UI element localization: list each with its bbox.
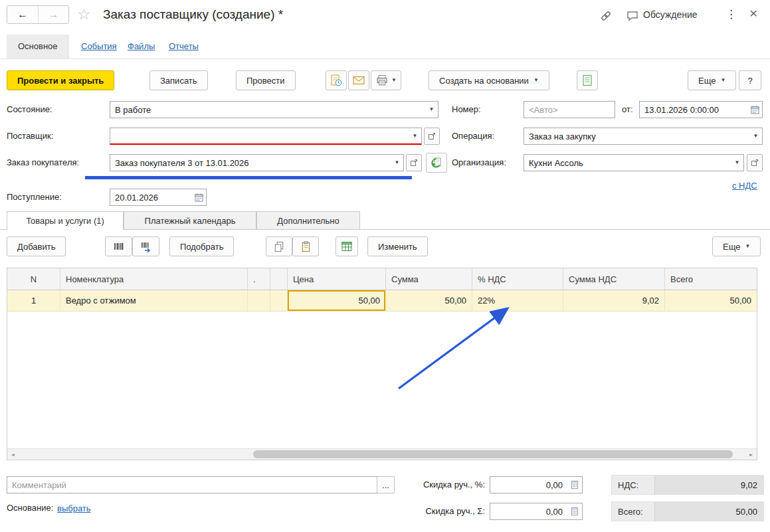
cell-clipped[interactable] [248, 290, 270, 311]
customer-order-open-button[interactable] [406, 154, 422, 171]
chevron-down-icon: ▼ [753, 133, 759, 139]
customer-order-dropdown-button[interactable]: ▼ [391, 155, 403, 171]
column-header-sum[interactable]: Сумма [386, 268, 472, 290]
comment-input[interactable] [7, 476, 377, 493]
operation-label: Операция: [452, 128, 494, 145]
set-post-time-button[interactable] [326, 70, 347, 90]
create-based-on-button[interactable]: Создать на основании ▼ [429, 70, 549, 90]
receipt-date-input[interactable]: 20.01.2026 [110, 189, 207, 206]
horizontal-scrollbar[interactable]: ◄ ► [7, 448, 757, 460]
envelope-icon [352, 74, 365, 87]
print-button[interactable]: ▼ [371, 70, 401, 90]
cell-total[interactable]: 50,00 [665, 290, 757, 311]
spreadsheet-view-button[interactable] [336, 236, 358, 256]
reports-button[interactable] [577, 70, 598, 90]
supplier-combobox[interactable]: ▼ [110, 128, 422, 145]
calendar-button[interactable] [747, 102, 762, 118]
calculator-button[interactable] [567, 477, 582, 493]
tab-additional[interactable]: Дополнительно [256, 211, 360, 230]
scroll-left-button[interactable]: ◄ [7, 449, 19, 460]
cell-nomenclature[interactable]: Ведро с отжимом [60, 290, 248, 311]
state-dropdown-button[interactable]: ▼ [425, 102, 438, 118]
column-header-spacer[interactable] [270, 268, 288, 290]
tab-reports[interactable]: Отчеты [169, 41, 199, 51]
column-header-vat-sum[interactable]: Сумма НДС [563, 268, 665, 290]
organization-open-button[interactable] [747, 154, 763, 171]
paste-row-button[interactable] [292, 236, 319, 256]
column-header-total[interactable]: Всего [665, 268, 757, 290]
send-email-button[interactable] [348, 70, 369, 90]
vat-total-value: 9,02 [654, 476, 763, 494]
copy-row-button[interactable] [266, 236, 292, 256]
scroll-right-button[interactable]: ► [745, 449, 757, 460]
column-header-n[interactable]: N [7, 268, 60, 290]
cell-n[interactable]: 1 [7, 290, 60, 311]
table-more-label: Еще [723, 242, 740, 252]
organization-dropdown-button[interactable]: ▼ [731, 155, 743, 171]
more-button[interactable]: Еще ▼ [688, 70, 736, 90]
customer-order-combobox[interactable]: Заказ покупателя 3 от 13.01.2026 ▼ [110, 154, 404, 171]
date-label: от: [622, 101, 633, 118]
table-row[interactable]: 1 Ведро с отжимом 50,00 50,00 22% 9,02 5… [7, 290, 757, 311]
cell-price-selected[interactable]: 50,00 [288, 290, 386, 311]
menu-dots-icon[interactable]: ⋮ [725, 7, 737, 21]
tab-main[interactable]: Основное [7, 35, 69, 58]
fill-from-order-button[interactable] [426, 153, 447, 173]
scrollbar-thumb[interactable] [253, 450, 733, 458]
post-and-close-button[interactable]: Провести и закрыть [7, 70, 114, 90]
post-button[interactable]: Провести [236, 70, 296, 90]
pick-items-button[interactable]: Подобрать [169, 236, 234, 256]
edit-row-button[interactable]: Изменить [367, 236, 428, 256]
column-header-price[interactable]: Цена [288, 268, 386, 290]
help-button[interactable]: ? [739, 70, 761, 90]
link-icon [599, 9, 613, 23]
column-header-vat-percent[interactable]: % НДС [472, 268, 563, 290]
barcode-input-button[interactable] [132, 236, 159, 256]
calculator-icon [570, 507, 579, 516]
barcode-scan-button[interactable] [105, 236, 132, 256]
back-button[interactable]: ← [7, 6, 38, 23]
calculator-button[interactable] [567, 503, 582, 519]
column-header-clipped[interactable]: . [248, 268, 270, 290]
organization-combobox[interactable]: Кухни Ассоль ▼ [524, 154, 744, 171]
tab-payment-calendar[interactable]: Платежный календарь [124, 211, 256, 230]
number-input[interactable] [524, 101, 615, 118]
favorite-star-icon[interactable]: ☆ [77, 6, 91, 23]
column-header-nomenclature[interactable]: Номенклатура [60, 268, 248, 290]
date-input[interactable]: 13.01.2026 0:00:00 [639, 101, 763, 118]
cell-spacer[interactable] [270, 290, 288, 311]
table-more-button[interactable]: Еще ▼ [712, 236, 761, 256]
add-row-button[interactable]: Добавить [7, 236, 66, 256]
forward-icon: → [48, 9, 59, 21]
copy-link-button[interactable] [598, 8, 614, 24]
tab-events[interactable]: События [81, 41, 117, 51]
basis-select-link[interactable]: выбрать [57, 503, 91, 513]
tab-goods-services[interactable]: Товары и услуги (1) [7, 211, 124, 230]
comment-expand-button[interactable]: ... [377, 476, 395, 493]
save-button[interactable]: Записать [149, 70, 208, 90]
forward-button[interactable]: → [38, 6, 68, 23]
page-title: Заказ поставщику (создание) * [103, 7, 283, 22]
vat-mode-link[interactable]: с НДС [732, 181, 757, 191]
supplier-open-button[interactable] [424, 128, 440, 145]
cell-sum[interactable]: 50,00 [386, 290, 472, 311]
supplier-dropdown-button[interactable]: ▼ [409, 128, 421, 143]
grand-total-value: 50,00 [654, 502, 763, 521]
cell-vat-sum[interactable]: 9,02 [563, 290, 665, 311]
operation-dropdown-button[interactable]: ▼ [749, 128, 762, 144]
close-icon[interactable]: × [749, 5, 757, 21]
calendar-icon [750, 105, 760, 115]
discussion-button[interactable] [625, 8, 640, 24]
receipt-date-value: 20.01.2026 [110, 189, 191, 205]
speech-bubble-icon [626, 9, 639, 23]
operation-combobox[interactable]: Заказ на закупку ▼ [524, 128, 763, 145]
tab-files[interactable]: Файлы [128, 41, 155, 51]
manual-discount-sum-input[interactable]: 0,00 [490, 503, 583, 520]
manual-discount-percent-input[interactable]: 0,00 [490, 476, 583, 493]
manual-discount-sum-value: 0,00 [490, 503, 567, 519]
calendar-button[interactable] [191, 189, 206, 205]
state-combobox[interactable]: В работе ▼ [110, 101, 438, 118]
copy-icon [273, 240, 286, 253]
discussion-label[interactable]: Обсуждение [643, 9, 698, 20]
cell-vat-percent[interactable]: 22% [472, 290, 563, 311]
